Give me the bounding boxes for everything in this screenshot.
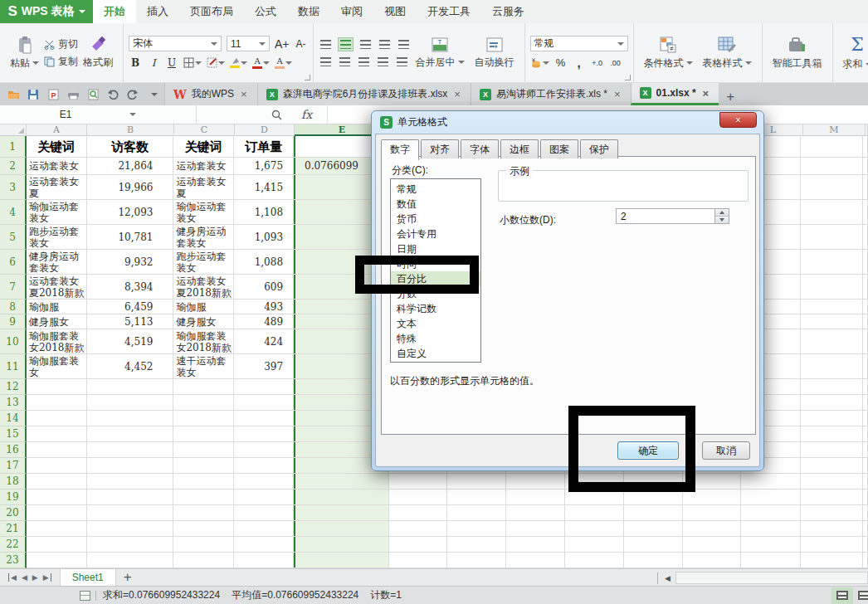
justify-button[interactable] — [376, 56, 390, 68]
cell[interactable] — [294, 553, 389, 567]
tab-my-wps[interactable]: W 我的WPS × — [164, 83, 257, 105]
draw-border-button[interactable] — [207, 56, 225, 70]
align-right-button[interactable] — [357, 56, 371, 68]
cell[interactable] — [565, 505, 624, 520]
cell[interactable] — [801, 395, 863, 410]
italic-button[interactable]: I — [147, 56, 160, 70]
cell[interactable] — [801, 329, 863, 353]
cell[interactable] — [801, 275, 863, 299]
align-middle-button[interactable] — [338, 37, 354, 51]
cell[interactable] — [565, 521, 624, 536]
cell[interactable] — [863, 329, 868, 353]
toolbar-more-icon[interactable] — [151, 93, 158, 96]
decrease-indent-button[interactable] — [378, 38, 392, 51]
cell[interactable] — [863, 442, 868, 457]
cell[interactable] — [27, 505, 87, 520]
cell[interactable] — [801, 200, 863, 224]
export-pdf-icon[interactable]: P — [46, 88, 60, 101]
increase-decimal-button[interactable]: +.0 — [591, 56, 604, 70]
cell[interactable] — [801, 521, 863, 536]
number-dialog-launcher[interactable] — [625, 75, 631, 80]
cell[interactable] — [27, 426, 87, 441]
cell[interactable] — [506, 521, 565, 536]
format-painter-button[interactable]: 格式刷 — [78, 35, 118, 71]
conditional-format-button[interactable]: ≠ 条件格式 — [639, 34, 698, 72]
font-color-button[interactable]: A — [252, 56, 270, 70]
column-header-a[interactable]: A — [27, 124, 87, 136]
cell[interactable] — [624, 505, 683, 520]
cell[interactable] — [801, 411, 863, 426]
cell[interactable] — [173, 426, 234, 441]
cell[interactable]: 瑜伽服 — [173, 300, 234, 314]
dialog-title-bar[interactable]: S 单元格格式 — [372, 111, 763, 134]
menu-view[interactable]: 视图 — [373, 0, 417, 23]
menu-dev-tools[interactable]: 开发工具 — [417, 0, 481, 23]
currency-button[interactable]: ¥ — [530, 56, 549, 70]
cell[interactable]: 1,675 — [234, 158, 294, 174]
cell[interactable] — [173, 442, 234, 457]
underline-button[interactable]: U — [165, 56, 178, 70]
cancel-button[interactable]: 取消 — [702, 441, 750, 460]
row-header[interactable]: 10 — [0, 329, 27, 354]
cell[interactable] — [863, 314, 868, 329]
cell[interactable] — [801, 354, 863, 378]
cell[interactable] — [389, 505, 448, 520]
row-header[interactable]: 23 — [0, 553, 27, 568]
cell[interactable] — [234, 490, 294, 504]
cell[interactable] — [87, 474, 174, 489]
highlight-button[interactable]: A — [275, 56, 292, 70]
row-header[interactable]: 6 — [0, 250, 27, 275]
row-header[interactable]: 5 — [0, 225, 27, 250]
tab-pattern[interactable]: 图案 — [540, 139, 578, 158]
cell[interactable] — [565, 553, 624, 567]
cell[interactable] — [863, 250, 868, 274]
align-center-button[interactable] — [338, 56, 352, 68]
cell[interactable] — [234, 426, 294, 441]
cell[interactable] — [741, 474, 801, 489]
cell[interactable] — [863, 521, 868, 536]
cell[interactable] — [447, 505, 506, 520]
cell[interactable] — [389, 537, 448, 552]
cell[interactable] — [234, 521, 294, 536]
cell[interactable] — [173, 553, 234, 567]
row-header[interactable]: 4 — [0, 200, 27, 225]
cell[interactable] — [801, 300, 863, 314]
app-logo[interactable]: S WPS 表格 — [0, 0, 93, 23]
cell[interactable] — [234, 442, 294, 457]
cell[interactable] — [294, 521, 389, 536]
cell[interactable] — [624, 553, 683, 567]
menu-home[interactable]: 开始 — [93, 0, 136, 23]
cell[interactable] — [234, 411, 294, 426]
cell[interactable] — [801, 474, 863, 489]
fill-color-button[interactable] — [230, 56, 247, 70]
cell[interactable]: 访客数 — [87, 136, 174, 157]
cell[interactable] — [801, 490, 863, 504]
cell[interactable]: 4,519 — [87, 329, 174, 353]
cell[interactable] — [173, 395, 234, 410]
cell[interactable] — [87, 411, 174, 426]
font-name-select[interactable]: 宋体 — [129, 36, 222, 51]
add-sheet-button[interactable]: + — [116, 569, 139, 586]
cell[interactable] — [234, 505, 294, 520]
cell[interactable] — [863, 379, 868, 394]
cell[interactable] — [801, 158, 863, 174]
row-header[interactable]: 19 — [0, 490, 27, 505]
cell[interactable]: 健身服女 — [173, 314, 234, 329]
row-header[interactable]: 20 — [0, 505, 27, 521]
cell[interactable] — [234, 474, 294, 489]
cell[interactable]: 订单量 — [234, 136, 294, 157]
row-header[interactable]: 15 — [0, 426, 27, 442]
row-header[interactable]: 3 — [0, 175, 27, 200]
cell[interactable] — [173, 537, 234, 552]
cell[interactable] — [87, 458, 174, 473]
cell[interactable] — [863, 505, 868, 520]
cell[interactable] — [447, 474, 506, 489]
cell[interactable] — [741, 553, 801, 567]
cell[interactable]: 关键词 — [173, 136, 234, 157]
cell[interactable] — [801, 426, 863, 441]
cell[interactable]: 1,088 — [234, 250, 294, 274]
cell[interactable] — [741, 521, 801, 536]
cell[interactable]: 运动套装女夏2018新款 — [173, 275, 234, 299]
align-top-button[interactable] — [319, 38, 333, 51]
decrease-font-button[interactable]: A- — [295, 37, 308, 51]
